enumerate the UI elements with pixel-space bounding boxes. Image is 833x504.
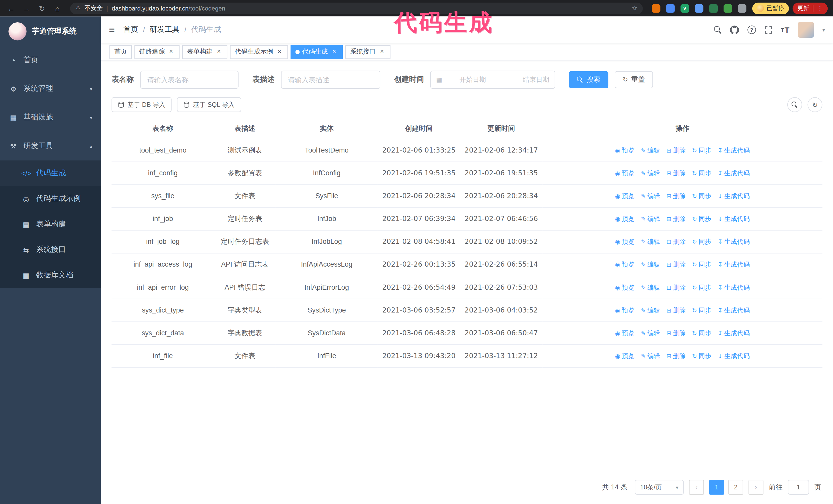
- action-generate-link[interactable]: ↧生成代码: [718, 305, 750, 316]
- extension-orange-icon[interactable]: [652, 4, 660, 13]
- sidebar-item-form-build[interactable]: ▤表单构建: [0, 212, 101, 237]
- action-edit-link[interactable]: ✎编辑: [641, 191, 660, 201]
- action-sync-link[interactable]: ↻同步: [692, 214, 711, 224]
- action-edit-link[interactable]: ✎编辑: [641, 214, 660, 224]
- update-button[interactable]: 更新 ⋮: [792, 2, 828, 14]
- toggle-search-button[interactable]: [787, 97, 802, 112]
- page-button-1[interactable]: 1: [709, 480, 724, 495]
- sidebar-item-codegen[interactable]: </>代码生成: [0, 161, 101, 186]
- action-delete-link[interactable]: ⊟删除: [666, 191, 686, 201]
- tab-close-icon[interactable]: ×: [378, 48, 386, 56]
- sidebar-item-system-api[interactable]: ⇆系统接口: [0, 237, 101, 262]
- action-preview-link[interactable]: ◉预览: [615, 145, 635, 155]
- security-label[interactable]: 不安全: [84, 4, 103, 12]
- action-generate-link[interactable]: ↧生成代码: [718, 214, 750, 224]
- bookmark-star-icon[interactable]: ☆: [631, 4, 638, 12]
- action-delete-link[interactable]: ⊟删除: [666, 145, 686, 155]
- action-preview-link[interactable]: ◉预览: [615, 351, 635, 361]
- action-generate-link[interactable]: ↧生成代码: [718, 168, 750, 178]
- tab-codegen-example[interactable]: 代码生成示例×: [230, 45, 288, 59]
- action-sync-link[interactable]: ↻同步: [692, 328, 711, 338]
- reload-icon[interactable]: ↻: [36, 4, 48, 13]
- sidebar-item-codegen-example[interactable]: ◎代码生成示例: [0, 186, 101, 211]
- search-icon[interactable]: [714, 26, 721, 33]
- action-sync-link[interactable]: ↻同步: [692, 168, 711, 178]
- profile-paused-chip[interactable]: 已暂停: [752, 2, 789, 14]
- sidebar-item-home[interactable]: ◔首页: [0, 46, 101, 74]
- tab-home[interactable]: 首页: [110, 45, 132, 59]
- github-icon[interactable]: [730, 25, 739, 34]
- action-edit-link[interactable]: ✎编辑: [641, 145, 660, 155]
- tab-close-icon[interactable]: ×: [330, 48, 338, 56]
- action-delete-link[interactable]: ⊟删除: [666, 282, 686, 293]
- font-size-icon[interactable]: T: [781, 25, 789, 34]
- caret-down-icon[interactable]: ▾: [822, 27, 825, 33]
- action-preview-link[interactable]: ◉预览: [615, 236, 635, 247]
- action-delete-link[interactable]: ⊟删除: [666, 168, 686, 178]
- action-generate-link[interactable]: ↧生成代码: [718, 191, 750, 201]
- import-db-button[interactable]: 基于 DB 导入: [112, 97, 172, 112]
- goto-page-input[interactable]: [788, 480, 809, 495]
- action-sync-link[interactable]: ↻同步: [692, 282, 711, 293]
- refresh-table-button[interactable]: ↻: [808, 97, 823, 112]
- import-sql-button[interactable]: 基于 SQL 导入: [177, 97, 241, 112]
- action-sync-link[interactable]: ↻同步: [692, 236, 711, 247]
- forward-icon[interactable]: →: [21, 4, 32, 13]
- tab-close-icon[interactable]: ×: [276, 48, 283, 56]
- tab-codegen[interactable]: 代码生成×: [291, 45, 343, 59]
- tab-system-api[interactable]: 系统接口×: [345, 45, 390, 59]
- action-sync-link[interactable]: ↻同步: [692, 305, 711, 316]
- action-delete-link[interactable]: ⊟删除: [666, 214, 686, 224]
- action-preview-link[interactable]: ◉预览: [615, 214, 635, 224]
- extension-people-icon[interactable]: [695, 4, 703, 13]
- extension-leaf-icon[interactable]: [723, 4, 732, 13]
- tab-close-icon[interactable]: ×: [215, 48, 222, 56]
- action-preview-link[interactable]: ◉预览: [615, 328, 635, 338]
- sidebar-item-devtools[interactable]: ⚒研发工具▴: [0, 132, 101, 161]
- help-icon[interactable]: ?: [747, 25, 756, 34]
- action-delete-link[interactable]: ⊟删除: [666, 305, 686, 316]
- action-preview-link[interactable]: ◉预览: [615, 259, 635, 270]
- action-edit-link[interactable]: ✎编辑: [641, 168, 660, 178]
- action-preview-link[interactable]: ◉预览: [615, 191, 635, 201]
- extension-green-v-icon[interactable]: V: [681, 4, 689, 13]
- action-delete-link[interactable]: ⊟删除: [666, 328, 686, 338]
- action-edit-link[interactable]: ✎编辑: [641, 328, 660, 338]
- tab-form-build[interactable]: 表单构建×: [182, 45, 227, 59]
- user-avatar[interactable]: [798, 22, 814, 38]
- action-generate-link[interactable]: ↧生成代码: [718, 236, 750, 247]
- reset-button[interactable]: ↻ 重置: [615, 71, 653, 88]
- home-icon[interactable]: ⌂: [51, 4, 63, 13]
- action-delete-link[interactable]: ⊟删除: [666, 236, 686, 247]
- page-size-select[interactable]: 10条/页 ▾: [635, 480, 684, 495]
- action-delete-link[interactable]: ⊟删除: [666, 351, 686, 361]
- action-generate-link[interactable]: ↧生成代码: [718, 351, 750, 361]
- extension-puzzle-icon[interactable]: [738, 4, 746, 13]
- breadcrumb-item[interactable]: 研发工具: [150, 25, 180, 34]
- action-generate-link[interactable]: ↧生成代码: [718, 145, 750, 155]
- action-generate-link[interactable]: ↧生成代码: [718, 259, 750, 270]
- action-generate-link[interactable]: ↧生成代码: [718, 328, 750, 338]
- action-sync-link[interactable]: ↻同步: [692, 351, 711, 361]
- next-page-button[interactable]: ›: [748, 480, 763, 495]
- table-name-input[interactable]: [140, 71, 238, 89]
- date-range-picker[interactable]: ▦ 开始日期 - 结束日期: [430, 71, 555, 89]
- action-edit-link[interactable]: ✎编辑: [641, 236, 660, 247]
- address-bar[interactable]: ⚠ 不安全 | dashboard.yudao.iocoder.cn/tool/…: [70, 2, 643, 14]
- browser-menu-icon[interactable]: ⋮: [817, 5, 823, 12]
- tab-tracer[interactable]: 链路追踪×: [134, 45, 180, 59]
- sidebar-item-infra[interactable]: ▦基础设施▾: [0, 103, 101, 132]
- breadcrumb-item[interactable]: 首页: [123, 25, 138, 34]
- action-edit-link[interactable]: ✎编辑: [641, 259, 660, 270]
- action-preview-link[interactable]: ◉预览: [615, 168, 635, 178]
- action-preview-link[interactable]: ◉预览: [615, 282, 635, 293]
- tab-close-icon[interactable]: ×: [167, 48, 175, 56]
- app-logo[interactable]: 芋道管理系统: [0, 17, 101, 46]
- search-button[interactable]: 搜索: [569, 71, 608, 88]
- action-edit-link[interactable]: ✎编辑: [641, 282, 660, 293]
- action-delete-link[interactable]: ⊟删除: [666, 259, 686, 270]
- sidebar-item-db-doc[interactable]: ▦数据库文档: [0, 263, 101, 288]
- hamburger-icon[interactable]: ≡: [109, 24, 115, 35]
- table-desc-input[interactable]: [281, 71, 380, 89]
- action-edit-link[interactable]: ✎编辑: [641, 305, 660, 316]
